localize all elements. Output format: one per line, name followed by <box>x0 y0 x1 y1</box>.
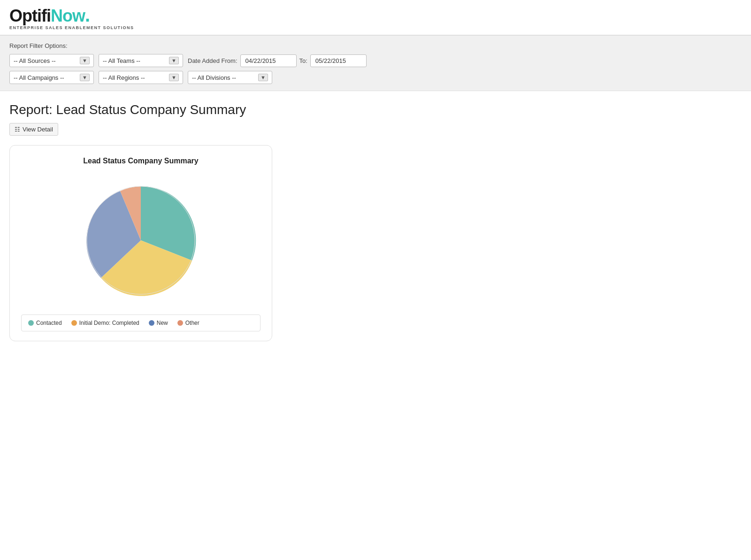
main-content: Report: Lead Status Company Summary ☷ Vi… <box>0 91 751 351</box>
legend-label-new: New <box>157 320 168 326</box>
legend-label-contacted: Contacted <box>36 320 62 326</box>
sources-chevron-icon: ▼ <box>80 57 90 64</box>
legend-item-initial-demo: Initial Demo: Completed <box>71 320 139 326</box>
filter-label: Report Filter Options: <box>9 42 742 49</box>
legend-item-new: New <box>149 320 168 326</box>
legend-item-other: Other <box>177 320 199 326</box>
sources-select-text: -- All Sources -- <box>14 57 77 64</box>
logo-now: Now <box>51 6 85 25</box>
regions-dropdown[interactable]: -- All Regions -- ▼ <box>99 71 183 84</box>
divisions-chevron-icon: ▼ <box>258 74 268 81</box>
chart-legend: Contacted Initial Demo: Completed New Ot… <box>21 315 261 331</box>
logo: OptifiNow. <box>9 6 742 24</box>
view-detail-label: View Detail <box>23 126 53 133</box>
legend-dot-initial-demo <box>71 320 77 326</box>
logo-tagline: Enterprise Sales Enablement Solutions <box>9 25 742 30</box>
report-title: Report: Lead Status Company Summary <box>9 102 742 117</box>
chart-title: Lead Status Company Summary <box>21 157 261 165</box>
pie-chart-container <box>21 175 261 306</box>
divisions-select-text: -- All Divisions -- <box>192 74 255 81</box>
campaigns-dropdown[interactable]: -- All Campaigns -- ▼ <box>9 71 94 84</box>
date-to-input[interactable]: 05/22/2015 <box>310 54 367 67</box>
filter-row-1: -- All Sources -- ▼ -- All Teams -- ▼ Da… <box>9 54 742 67</box>
legend-label-initial-demo: Initial Demo: Completed <box>79 320 139 326</box>
legend-dot-new <box>149 320 154 326</box>
teams-chevron-icon: ▼ <box>169 57 179 64</box>
divisions-dropdown[interactable]: -- All Divisions -- ▼ <box>188 71 272 84</box>
pie-chart-svg <box>75 175 207 306</box>
view-detail-button[interactable]: ☷ View Detail <box>9 123 58 136</box>
legend-dot-contacted <box>28 320 34 326</box>
to-label: To: <box>299 57 307 64</box>
logo-area: OptifiNow. Enterprise Sales Enablement S… <box>0 0 751 35</box>
campaigns-select-text: -- All Campaigns -- <box>14 74 77 81</box>
date-from-group: Date Added From: 04/22/2015 To: 05/22/20… <box>188 54 367 67</box>
date-added-label: Date Added From: <box>188 57 238 64</box>
regions-chevron-icon: ▼ <box>169 74 179 81</box>
date-from-input[interactable]: 04/22/2015 <box>240 54 297 67</box>
teams-dropdown[interactable]: -- All Teams -- ▼ <box>99 54 183 67</box>
list-icon: ☷ <box>15 126 20 133</box>
campaigns-chevron-icon: ▼ <box>80 74 90 81</box>
legend-dot-other <box>177 320 183 326</box>
regions-select-text: -- All Regions -- <box>103 74 166 81</box>
legend-label-other: Other <box>185 320 199 326</box>
logo-dot: . <box>85 5 90 25</box>
filter-bar: Report Filter Options: -- All Sources --… <box>0 35 751 91</box>
logo-optifi: Optifi <box>9 6 51 25</box>
teams-select-text: -- All Teams -- <box>103 57 166 64</box>
filter-row-2: -- All Campaigns -- ▼ -- All Regions -- … <box>9 71 742 84</box>
legend-item-contacted: Contacted <box>28 320 62 326</box>
sources-dropdown[interactable]: -- All Sources -- ▼ <box>9 54 94 67</box>
chart-card: Lead Status Company Summary Contacte <box>9 145 272 341</box>
